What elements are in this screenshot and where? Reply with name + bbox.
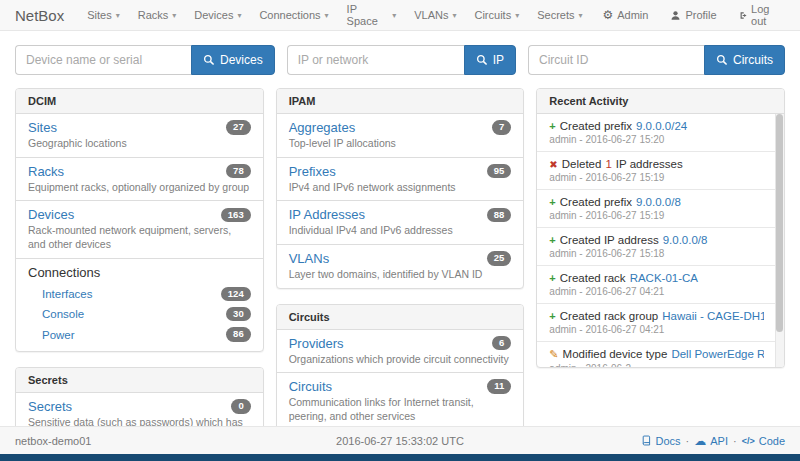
circuit-search-button[interactable]: Circuits: [704, 45, 785, 75]
count-badge: 95: [487, 164, 512, 178]
plus-icon: +: [549, 196, 555, 208]
activity-object-link[interactable]: 9.0.0.0/8: [663, 234, 708, 246]
activity-object-link[interactable]: RACK-01-CA: [630, 272, 698, 284]
circuit-search-input[interactable]: [528, 45, 704, 75]
count-badge: 88: [487, 208, 512, 222]
item-description: IPv4 and IPv6 network assignments: [289, 181, 512, 195]
item-description: Communication links for Internet transit…: [289, 396, 512, 423]
connections-section: Connections Interfaces 124 Console 30 Po…: [16, 259, 263, 351]
search-icon: [716, 54, 728, 66]
activity-meta: admin - 2016-06-27 04:21: [549, 286, 764, 297]
panel-item: Circuits 11 Communication links for Inte…: [277, 373, 524, 426]
profile-link[interactable]: Profile: [659, 9, 727, 21]
chevron-down-icon: ▾: [172, 11, 176, 20]
device-search-input[interactable]: [15, 45, 191, 75]
activity-object-link[interactable]: 9.0.0.0/8: [636, 196, 681, 208]
ip-search-input[interactable]: [287, 45, 464, 75]
activity-action: Created prefix: [560, 120, 632, 132]
panel-item: Sites 27 Geographic locations: [16, 114, 263, 158]
ip-search-group: IP: [287, 45, 516, 75]
vlans-link[interactable]: VLANs: [289, 251, 329, 266]
device-search-button[interactable]: Devices: [191, 45, 275, 75]
nav-sites[interactable]: Sites▾: [78, 0, 128, 30]
chevron-down-icon: ▾: [578, 11, 582, 20]
ipam-panel: IPAM Aggregates 7 Top-level IP allocatio…: [276, 88, 525, 289]
secrets-panel: Secrets Secrets 0 Sensitive data (such a…: [15, 367, 264, 426]
count-badge: 163: [221, 208, 251, 222]
dcim-panel: DCIM Sites 27 Geographic locations Racks…: [15, 88, 264, 352]
nav-vlans[interactable]: VLANs▾: [405, 0, 465, 30]
ip-addresses-link[interactable]: IP Addresses: [289, 207, 365, 222]
count-badge: 124: [221, 287, 251, 301]
panel-item: Aggregates 7 Top-level IP allocations: [277, 114, 524, 158]
activity-action-suffix: IP addresses: [616, 158, 683, 170]
pencil-icon: ✎: [549, 348, 558, 361]
count-badge: 11: [487, 379, 511, 393]
count-badge: 30: [226, 307, 251, 321]
panel-title: Secrets: [16, 368, 263, 393]
connection-row: Power 86: [28, 324, 251, 344]
logout-link[interactable]: Log out: [728, 3, 790, 27]
activity-object-link[interactable]: Hawaii - CAGE-DH1-01: [662, 310, 764, 322]
sites-link[interactable]: Sites: [28, 120, 57, 135]
main-content: DCIM Sites 27 Geographic locations Racks…: [0, 88, 800, 426]
panel-item: Secrets 0 Sensitive data (such as passwo…: [16, 393, 263, 426]
nav-racks[interactable]: Racks▾: [129, 0, 186, 30]
scrollbar-thumb[interactable]: [776, 114, 783, 332]
chevron-down-icon: ▾: [452, 11, 456, 20]
count-badge: 0: [231, 399, 250, 413]
console-link[interactable]: Console: [42, 308, 84, 320]
racks-link[interactable]: Racks: [28, 164, 64, 179]
activity-object-link[interactable]: Dell PowerEdge R630: [671, 348, 764, 360]
connection-row: Interfaces 124: [28, 284, 251, 304]
search-icon: [203, 54, 215, 66]
panel-item: Racks 78 Equipment racks, optionally org…: [16, 158, 263, 202]
column-ipam: IPAM Aggregates 7 Top-level IP allocatio…: [276, 88, 525, 426]
aggregates-link[interactable]: Aggregates: [289, 120, 356, 135]
book-icon: [641, 435, 652, 446]
secrets-link[interactable]: Secrets: [28, 399, 72, 414]
user-icon: [670, 10, 681, 21]
netbox-logo[interactable]: NetBox: [0, 7, 78, 24]
gear-icon: ⚙: [602, 9, 613, 21]
code-link[interactable]: </> Code: [742, 435, 785, 447]
api-link[interactable]: ☁ API: [694, 435, 728, 447]
docs-link[interactable]: Docs: [641, 435, 681, 447]
panel-title: Recent Activity: [537, 89, 784, 114]
power-link[interactable]: Power: [42, 329, 75, 341]
chevron-down-icon: ▾: [237, 11, 241, 20]
prefixes-link[interactable]: Prefixes: [289, 164, 336, 179]
activity-action: Created rack group: [560, 310, 658, 322]
circuits-link[interactable]: Circuits: [289, 379, 332, 394]
nav-circuits[interactable]: Circuits▾: [465, 0, 528, 30]
admin-link[interactable]: ⚙ Admin: [591, 9, 659, 21]
bottom-strip: [0, 454, 800, 461]
column-dcim: DCIM Sites 27 Geographic locations Racks…: [15, 88, 264, 426]
connections-title: Connections: [28, 265, 251, 280]
panel-item: IP Addresses 88 Individual IPv4 and IPv6…: [277, 201, 524, 245]
count-badge: 86: [226, 327, 251, 341]
activity-object-link[interactable]: 9.0.0.0/24: [636, 120, 687, 132]
interfaces-link[interactable]: Interfaces: [42, 288, 93, 300]
activity-item: + Created rack RACK-01-CA admin - 2016-0…: [537, 266, 784, 304]
devices-link[interactable]: Devices: [28, 207, 74, 222]
nav-secrets[interactable]: Secrets▾: [528, 0, 591, 30]
nav-connections[interactable]: Connections▾: [250, 0, 337, 30]
count-badge: 6: [492, 336, 511, 350]
plus-icon: +: [549, 310, 555, 322]
activity-list: + Created prefix 9.0.0.0/24 admin - 2016…: [537, 114, 784, 367]
providers-link[interactable]: Providers: [289, 336, 344, 351]
chevron-down-icon: ▾: [392, 11, 396, 20]
nav-devices[interactable]: Devices▾: [185, 0, 250, 30]
count-badge: 27: [226, 120, 251, 134]
activity-object-link[interactable]: 1: [605, 158, 611, 170]
ip-search-button[interactable]: IP: [464, 45, 516, 75]
panel-item: Devices 163 Rack-mounted network equipme…: [16, 201, 263, 258]
activity-action: Deleted: [562, 158, 602, 170]
item-description: Rack-mounted network equipment, servers,…: [28, 224, 251, 251]
plus-icon: +: [549, 272, 555, 284]
search-icon: [476, 54, 488, 66]
nav-ip-space[interactable]: IP Space▾: [338, 0, 406, 30]
scrollbar[interactable]: [775, 114, 784, 367]
separator: ·: [686, 435, 690, 447]
